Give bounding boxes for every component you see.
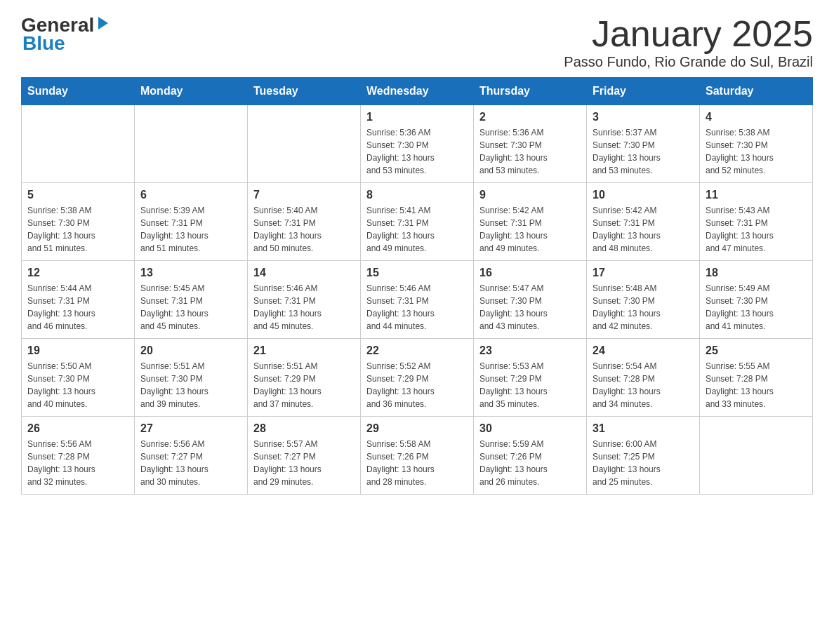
page-subtitle: Passo Fundo, Rio Grande do Sul, Brazil: [564, 54, 813, 70]
calendar-cell: [135, 105, 248, 183]
day-number: 19: [27, 344, 128, 357]
day-number: 28: [253, 422, 355, 435]
day-number: 12: [27, 267, 128, 279]
day-info: Sunrise: 5:45 AM Sunset: 7:31 PM Dayligh…: [140, 282, 241, 333]
calendar-cell: 14Sunrise: 5:46 AM Sunset: 7:31 PM Dayli…: [248, 261, 361, 339]
calendar-cell: 27Sunrise: 5:56 AM Sunset: 7:27 PM Dayli…: [135, 417, 248, 495]
day-info: Sunrise: 5:53 AM Sunset: 7:29 PM Dayligh…: [479, 360, 581, 410]
day-info: Sunrise: 5:36 AM Sunset: 7:30 PM Dayligh…: [479, 126, 581, 177]
calendar-cell: 25Sunrise: 5:55 AM Sunset: 7:28 PM Dayli…: [700, 339, 813, 417]
day-number: 26: [27, 422, 128, 435]
day-info: Sunrise: 5:52 AM Sunset: 7:29 PM Dayligh…: [366, 360, 468, 410]
logo-triangle-icon: [95, 15, 111, 31]
day-number: 30: [479, 422, 581, 435]
calendar-cell: 19Sunrise: 5:50 AM Sunset: 7:30 PM Dayli…: [22, 339, 135, 417]
day-number: 24: [593, 344, 694, 357]
calendar-cell: 20Sunrise: 5:51 AM Sunset: 7:30 PM Dayli…: [135, 339, 248, 417]
day-info: Sunrise: 5:50 AM Sunset: 7:30 PM Dayligh…: [27, 360, 128, 410]
logo: General Blue: [21, 14, 111, 55]
day-info: Sunrise: 5:40 AM Sunset: 7:31 PM Dayligh…: [253, 204, 355, 255]
calendar-cell: 18Sunrise: 5:49 AM Sunset: 7:30 PM Dayli…: [700, 261, 813, 339]
calendar-cell: 26Sunrise: 5:56 AM Sunset: 7:28 PM Dayli…: [22, 417, 135, 495]
calendar-cell: 2Sunrise: 5:36 AM Sunset: 7:30 PM Daylig…: [474, 105, 587, 183]
logo-blue: Blue: [21, 32, 65, 55]
day-info: Sunrise: 5:48 AM Sunset: 7:30 PM Dayligh…: [593, 282, 694, 333]
day-number: 13: [140, 267, 241, 279]
calendar-week-row: 5Sunrise: 5:38 AM Sunset: 7:30 PM Daylig…: [22, 183, 813, 261]
day-info: Sunrise: 5:46 AM Sunset: 7:31 PM Dayligh…: [253, 282, 355, 333]
day-info: Sunrise: 5:47 AM Sunset: 7:30 PM Dayligh…: [479, 282, 581, 333]
day-info: Sunrise: 5:54 AM Sunset: 7:28 PM Dayligh…: [593, 360, 694, 410]
day-info: Sunrise: 5:37 AM Sunset: 7:30 PM Dayligh…: [593, 126, 694, 177]
day-number: 16: [479, 267, 581, 279]
day-number: 29: [366, 422, 468, 435]
day-number: 20: [140, 344, 241, 357]
calendar-week-row: 12Sunrise: 5:44 AM Sunset: 7:31 PM Dayli…: [22, 261, 813, 339]
day-info: Sunrise: 5:57 AM Sunset: 7:27 PM Dayligh…: [253, 438, 355, 488]
day-info: Sunrise: 6:00 AM Sunset: 7:25 PM Dayligh…: [593, 438, 694, 488]
day-info: Sunrise: 5:44 AM Sunset: 7:31 PM Dayligh…: [27, 282, 128, 333]
calendar-cell: 24Sunrise: 5:54 AM Sunset: 7:28 PM Dayli…: [587, 339, 700, 417]
day-number: 22: [366, 344, 468, 357]
day-info: Sunrise: 5:56 AM Sunset: 7:27 PM Dayligh…: [140, 438, 241, 488]
day-number: 21: [253, 344, 355, 357]
calendar-header-monday: Monday: [135, 78, 248, 105]
calendar-header-row: SundayMondayTuesdayWednesdayThursdayFrid…: [22, 78, 813, 105]
calendar-cell: 6Sunrise: 5:39 AM Sunset: 7:31 PM Daylig…: [135, 183, 248, 261]
day-info: Sunrise: 5:56 AM Sunset: 7:28 PM Dayligh…: [27, 438, 128, 488]
calendar-cell: 1Sunrise: 5:36 AM Sunset: 7:30 PM Daylig…: [361, 105, 474, 183]
calendar-week-row: 1Sunrise: 5:36 AM Sunset: 7:30 PM Daylig…: [22, 105, 813, 183]
calendar-cell: 4Sunrise: 5:38 AM Sunset: 7:30 PM Daylig…: [700, 105, 813, 183]
day-number: 11: [706, 189, 807, 201]
calendar-cell: 11Sunrise: 5:43 AM Sunset: 7:31 PM Dayli…: [700, 183, 813, 261]
calendar-cell: 10Sunrise: 5:42 AM Sunset: 7:31 PM Dayli…: [587, 183, 700, 261]
calendar-cell: 13Sunrise: 5:45 AM Sunset: 7:31 PM Dayli…: [135, 261, 248, 339]
calendar-header-thursday: Thursday: [474, 78, 587, 105]
calendar-cell: 22Sunrise: 5:52 AM Sunset: 7:29 PM Dayli…: [361, 339, 474, 417]
day-info: Sunrise: 5:51 AM Sunset: 7:30 PM Dayligh…: [140, 360, 241, 410]
calendar-cell: 31Sunrise: 6:00 AM Sunset: 7:25 PM Dayli…: [587, 417, 700, 495]
day-info: Sunrise: 5:43 AM Sunset: 7:31 PM Dayligh…: [706, 204, 807, 255]
day-info: Sunrise: 5:49 AM Sunset: 7:30 PM Dayligh…: [706, 282, 807, 333]
day-number: 1: [366, 111, 468, 123]
day-info: Sunrise: 5:39 AM Sunset: 7:31 PM Dayligh…: [140, 204, 241, 255]
calendar-cell: 30Sunrise: 5:59 AM Sunset: 7:26 PM Dayli…: [474, 417, 587, 495]
day-number: 10: [593, 189, 694, 201]
calendar-week-row: 19Sunrise: 5:50 AM Sunset: 7:30 PM Dayli…: [22, 339, 813, 417]
svg-marker-0: [98, 17, 108, 29]
calendar-cell: 28Sunrise: 5:57 AM Sunset: 7:27 PM Dayli…: [248, 417, 361, 495]
day-number: 5: [27, 189, 128, 201]
day-number: 31: [593, 422, 694, 435]
day-info: Sunrise: 5:42 AM Sunset: 7:31 PM Dayligh…: [479, 204, 581, 255]
day-info: Sunrise: 5:55 AM Sunset: 7:28 PM Dayligh…: [706, 360, 807, 410]
day-number: 8: [366, 189, 468, 201]
calendar-cell: 17Sunrise: 5:48 AM Sunset: 7:30 PM Dayli…: [587, 261, 700, 339]
day-number: 3: [593, 111, 694, 123]
day-number: 9: [479, 189, 581, 201]
day-info: Sunrise: 5:58 AM Sunset: 7:26 PM Dayligh…: [366, 438, 468, 488]
day-info: Sunrise: 5:59 AM Sunset: 7:26 PM Dayligh…: [479, 438, 581, 488]
calendar-cell: 29Sunrise: 5:58 AM Sunset: 7:26 PM Dayli…: [361, 417, 474, 495]
calendar-header-wednesday: Wednesday: [361, 78, 474, 105]
calendar-cell: [248, 105, 361, 183]
day-number: 23: [479, 344, 581, 357]
calendar-cell: [22, 105, 135, 183]
calendar-cell: 3Sunrise: 5:37 AM Sunset: 7:30 PM Daylig…: [587, 105, 700, 183]
calendar-cell: 21Sunrise: 5:51 AM Sunset: 7:29 PM Dayli…: [248, 339, 361, 417]
day-info: Sunrise: 5:42 AM Sunset: 7:31 PM Dayligh…: [593, 204, 694, 255]
day-info: Sunrise: 5:36 AM Sunset: 7:30 PM Dayligh…: [366, 126, 468, 177]
day-number: 18: [706, 267, 807, 279]
calendar-cell: 23Sunrise: 5:53 AM Sunset: 7:29 PM Dayli…: [474, 339, 587, 417]
calendar-table: SundayMondayTuesdayWednesdayThursdayFrid…: [21, 77, 813, 495]
day-info: Sunrise: 5:41 AM Sunset: 7:31 PM Dayligh…: [366, 204, 468, 255]
day-info: Sunrise: 5:46 AM Sunset: 7:31 PM Dayligh…: [366, 282, 468, 333]
calendar-header-friday: Friday: [587, 78, 700, 105]
day-number: 25: [706, 344, 807, 357]
calendar-cell: 8Sunrise: 5:41 AM Sunset: 7:31 PM Daylig…: [361, 183, 474, 261]
day-number: 2: [479, 111, 581, 123]
calendar-cell: 5Sunrise: 5:38 AM Sunset: 7:30 PM Daylig…: [22, 183, 135, 261]
calendar-header-tuesday: Tuesday: [248, 78, 361, 105]
day-number: 4: [706, 111, 807, 123]
calendar-cell: 12Sunrise: 5:44 AM Sunset: 7:31 PM Dayli…: [22, 261, 135, 339]
day-info: Sunrise: 5:38 AM Sunset: 7:30 PM Dayligh…: [706, 126, 807, 177]
